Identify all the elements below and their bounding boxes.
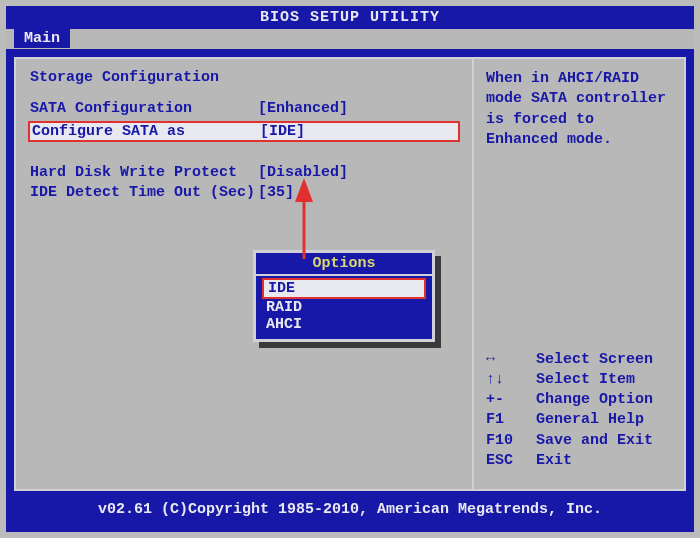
main-area: Storage Configuration SATA Configuration… xyxy=(6,49,694,497)
option-raid[interactable]: RAID xyxy=(256,299,432,316)
nav-key: ESC xyxy=(486,451,536,471)
nav-save-exit: F10Save and Exit xyxy=(486,431,653,451)
help-panel: When in AHCI/RAID mode SATA controller i… xyxy=(474,57,686,491)
setting-value: [Enhanced] xyxy=(258,100,348,117)
nav-key: F1 xyxy=(486,410,536,430)
settings-panel: Storage Configuration SATA Configuration… xyxy=(14,57,474,491)
nav-key: +- xyxy=(486,390,536,410)
nav-key: F10 xyxy=(486,431,536,451)
tab-bar: Main xyxy=(6,29,694,49)
option-ide[interactable]: IDE xyxy=(262,278,426,299)
nav-label: General Help xyxy=(536,410,644,430)
nav-select-item: ↑↓Select Item xyxy=(486,370,653,390)
setting-hd-write-protect[interactable]: Hard Disk Write Protect [Disabled] xyxy=(30,164,458,181)
setting-label: Hard Disk Write Protect xyxy=(30,164,258,181)
nav-label: Select Item xyxy=(536,370,635,390)
tab-main[interactable]: Main xyxy=(14,29,70,48)
nav-label: Exit xyxy=(536,451,572,471)
setting-sata-configuration[interactable]: SATA Configuration [Enhanced] xyxy=(30,100,458,117)
utility-title: BIOS SETUP UTILITY xyxy=(6,6,694,29)
setting-label: SATA Configuration xyxy=(30,100,258,117)
setting-value: [35] xyxy=(258,184,294,201)
setting-value: [Disabled] xyxy=(258,164,348,181)
setting-label: Configure SATA as xyxy=(32,123,260,140)
section-title: Storage Configuration xyxy=(30,69,458,86)
nav-select-screen: ↔Select Screen xyxy=(486,350,653,370)
option-ahci[interactable]: AHCI xyxy=(256,316,432,333)
options-popup: Options IDE RAID AHCI xyxy=(253,250,435,342)
nav-exit: ESCExit xyxy=(486,451,653,471)
footer-copyright: v02.61 (C)Copyright 1985-2010, American … xyxy=(6,497,694,522)
nav-label: Save and Exit xyxy=(536,431,653,451)
popup-title: Options xyxy=(256,255,432,276)
nav-key: ↔ xyxy=(486,350,536,370)
nav-label: Change Option xyxy=(536,390,653,410)
nav-key: ↑↓ xyxy=(486,370,536,390)
nav-change-option: +-Change Option xyxy=(486,390,653,410)
setting-label: IDE Detect Time Out (Sec) xyxy=(30,184,258,201)
setting-configure-sata-as[interactable]: Configure SATA as [IDE] xyxy=(28,121,460,142)
bios-window: BIOS SETUP UTILITY Main Storage Configur… xyxy=(6,6,694,532)
nav-label: Select Screen xyxy=(536,350,653,370)
help-text: When in AHCI/RAID mode SATA controller i… xyxy=(486,69,672,150)
setting-ide-timeout[interactable]: IDE Detect Time Out (Sec) [35] xyxy=(30,184,458,201)
nav-keys: ↔Select Screen ↑↓Select Item +-Change Op… xyxy=(486,350,653,472)
setting-value: [IDE] xyxy=(260,123,305,140)
nav-general-help: F1General Help xyxy=(486,410,653,430)
